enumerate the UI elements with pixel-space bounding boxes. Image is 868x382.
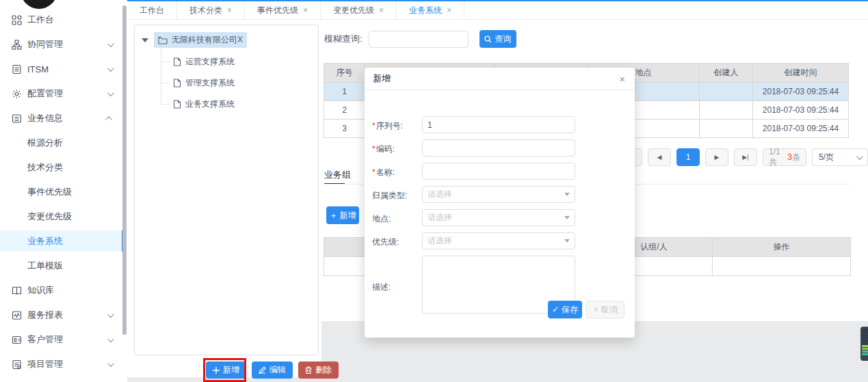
tree-action-buttons: 新增编辑删除: [206, 361, 339, 379]
pagination-page-1[interactable]: 1: [676, 148, 700, 166]
tree-add-button[interactable]: 新增: [206, 361, 246, 379]
sidebar-item-ITSM[interactable]: ITSM: [0, 57, 123, 81]
tree-node-业务支撑系统[interactable]: 业务支撑系统: [161, 94, 235, 115]
field-label: *名称:: [372, 167, 395, 178]
pagination-prev-button[interactable]: ◀: [648, 148, 671, 166]
group-add-button[interactable]: ＋ 新增: [326, 206, 359, 224]
sidebar-item-变更优先级[interactable]: 变更优先级: [0, 204, 123, 229]
plus-icon: ＋: [330, 210, 338, 221]
tab-close-icon[interactable]: ×: [227, 5, 232, 15]
table-cell: [700, 120, 753, 138]
pencil-icon: [259, 366, 266, 374]
field-input[interactable]: [422, 139, 575, 156]
select-caret-icon: [564, 239, 570, 243]
field-select[interactable]: 请选择: [422, 232, 575, 249]
tab-bar: 工作台技术分类×事件优先级×变更优先级×业务系统×: [127, 1, 868, 20]
page-size-select[interactable]: 5/页: [812, 148, 868, 166]
close-icon[interactable]: ×: [619, 73, 625, 85]
field-input[interactable]: [422, 163, 575, 180]
gear-icon: [12, 88, 23, 99]
sidebar-item-技术分类[interactable]: 技术分类: [0, 155, 123, 180]
cancel-button[interactable]: × 取消: [586, 301, 624, 318]
sidebar-item-事件优先级[interactable]: 事件优先级: [0, 180, 123, 204]
chart-icon: [12, 310, 23, 320]
sidebar-item-配置管理[interactable]: 配置管理: [0, 81, 123, 106]
search-button[interactable]: 查询: [479, 30, 516, 48]
sidebar-scrollbar[interactable]: [122, 5, 127, 335]
tab-close-icon[interactable]: ×: [379, 5, 384, 15]
field-select[interactable]: 请选择: [422, 209, 575, 226]
pagination-last-button[interactable]: ▶|: [734, 148, 757, 166]
sidebar-item-知识库[interactable]: 知识库: [0, 278, 123, 303]
select-caret-icon: [564, 193, 570, 196]
sidebar-item-label: 项目管理: [27, 358, 63, 370]
select-caret-icon: [564, 216, 570, 219]
file-icon: [173, 57, 181, 66]
tab-业务系统[interactable]: 业务系统×: [397, 1, 464, 19]
tab-变更优先级[interactable]: 变更优先级×: [321, 1, 397, 19]
widget-bar: [862, 345, 868, 347]
check-icon: ✓: [552, 305, 559, 314]
button-label: 新增: [223, 364, 239, 376]
table-cell: [713, 257, 851, 276]
tree-expand-caret-icon[interactable]: [142, 38, 148, 42]
chevron-down-icon: [107, 40, 114, 47]
table-cell: 2018-07-03 09:25:44: [753, 83, 849, 101]
tab-business-group[interactable]: 业务组: [324, 169, 351, 181]
sidebar-item-工单模版[interactable]: 工单模版: [0, 254, 123, 278]
save-button[interactable]: ✓ 保存: [548, 301, 582, 318]
sidebar-item-项目管理[interactable]: 项目管理: [0, 352, 123, 377]
sidebar-item-label: 服务报表: [27, 309, 63, 321]
tree-delete-button[interactable]: 删除: [298, 361, 339, 379]
table-cell: 2: [324, 101, 365, 120]
pagination-count-prefix: 1/1共: [769, 147, 787, 168]
tab-label: 业务系统: [409, 5, 442, 16]
sidebar-item-label: ITSM: [27, 64, 49, 74]
sidebar-item-label: 知识库: [27, 284, 54, 297]
search-input[interactable]: [369, 31, 469, 48]
sidebar-item-业务系统[interactable]: 业务系统: [0, 230, 123, 251]
doc-icon: [12, 64, 23, 74]
sidebar-item-label: 技术分类: [27, 161, 63, 174]
book-icon: [12, 285, 23, 296]
search-row: 模糊查询: 查询: [324, 30, 516, 48]
chevron-down-icon: [107, 65, 114, 72]
widget-bar: [862, 351, 868, 353]
search-icon: [484, 36, 492, 43]
field-input[interactable]: [422, 116, 575, 133]
tab-工作台[interactable]: 工作台: [127, 1, 177, 19]
table-cell: [700, 83, 753, 101]
pagination-count: 1/1共3条: [763, 148, 806, 166]
tab-事件优先级[interactable]: 事件优先级×: [245, 1, 321, 19]
tree-node-管理支撑系统[interactable]: 管理支撑系统: [161, 72, 235, 94]
sidebar-item-label: 配置管理: [27, 87, 63, 100]
field-label: 优先级:: [372, 236, 399, 248]
tree-node-label: 业务支撑系统: [185, 98, 235, 110]
tab-close-icon[interactable]: ×: [447, 5, 451, 15]
tree-root-row[interactable]: 无限科技有限公司X: [142, 32, 247, 48]
trash-icon: [305, 366, 312, 374]
sidebar-item-工作台[interactable]: 工作台: [0, 8, 123, 32]
select-placeholder: 请选择: [428, 189, 452, 200]
tree-node-运营支撑系统[interactable]: 运营支撑系统: [161, 51, 235, 72]
required-asterisk: *: [372, 144, 376, 154]
sidebar-item-服务报表[interactable]: 服务报表: [0, 303, 123, 327]
tab-技术分类[interactable]: 技术分类×: [177, 1, 245, 19]
sidebar-item-客户管理[interactable]: 客户管理: [0, 327, 123, 352]
button-label: 删除: [315, 364, 332, 376]
tree-edit-button[interactable]: 编辑: [252, 361, 293, 379]
table-cell: 3: [324, 120, 365, 138]
widget-bar: [862, 342, 868, 344]
pagination-next-button[interactable]: ▶: [705, 148, 728, 166]
field-select[interactable]: 请选择: [422, 186, 575, 203]
close-icon: ×: [593, 305, 598, 314]
dialog-title: 新增: [373, 72, 391, 85]
sidebar-item-label: 工作台: [27, 14, 54, 26]
button-label: 编辑: [269, 364, 286, 376]
tab-close-icon[interactable]: ×: [303, 5, 308, 15]
sidebar-item-业务信息[interactable]: 业务信息: [0, 106, 123, 131]
tree-children: 运营支撑系统管理支撑系统业务支撑系统: [161, 51, 235, 115]
sidebar-item-根源分析[interactable]: 根源分析: [0, 131, 123, 155]
sidebar-item-协同管理[interactable]: 协同管理: [0, 32, 123, 57]
floating-status-widget[interactable]: [860, 327, 868, 361]
